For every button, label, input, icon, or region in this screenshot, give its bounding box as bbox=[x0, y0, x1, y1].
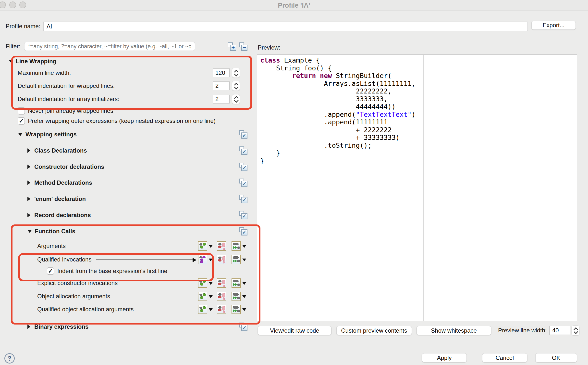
tree-row-max-line-width: Maximum line width: bbox=[0, 67, 255, 79]
tree-row-constructor-declarations[interactable]: Constructor declarations ✓ bbox=[0, 161, 255, 173]
profile-name-input[interactable] bbox=[43, 22, 528, 31]
tree-row-qualified-object-allocation-arguments[interactable]: Qualified object allocation arguments bbox=[0, 303, 255, 315]
filter-input[interactable] bbox=[24, 42, 195, 51]
preview-label: Preview: bbox=[258, 44, 280, 51]
title-bar: Profile 'IA' bbox=[0, 0, 588, 11]
disclosure-collapsed-icon[interactable] bbox=[27, 325, 30, 329]
max-line-width-stepper[interactable] bbox=[232, 68, 240, 78]
collapse-all-icon[interactable]: − bbox=[239, 42, 247, 51]
disclosure-expanded-icon[interactable] bbox=[9, 60, 13, 63]
indentation-policy-dropdown-icon[interactable] bbox=[242, 259, 246, 261]
disclosure-expanded-icon[interactable] bbox=[27, 230, 32, 233]
filter-label: Filter: bbox=[6, 43, 20, 50]
indentation-policy-icon[interactable] bbox=[232, 255, 241, 264]
section-check-icon[interactable]: ✓ bbox=[239, 211, 247, 219]
disclosure-collapsed-icon[interactable] bbox=[27, 165, 30, 169]
tree-row-prefer-wrapping: ✓ Prefer wrapping outer expressions (kee… bbox=[0, 115, 255, 127]
wrap-policy-icon[interactable] bbox=[198, 241, 207, 251]
tree-row-indent-array-initializers: Default indentation for array initialize… bbox=[0, 93, 255, 105]
preview-code: class Example { String foo() { return ne… bbox=[260, 56, 416, 165]
indentation-policy-dropdown-icon[interactable] bbox=[242, 308, 246, 311]
section-check-icon[interactable]: ✓ bbox=[239, 227, 247, 235]
section-check-icon[interactable]: ✓ bbox=[239, 195, 247, 203]
tree-row-class-declarations[interactable]: Class Declarations ✓ bbox=[0, 145, 255, 156]
tree-row-wrapping-settings[interactable]: Wrapping settings ✓ bbox=[0, 129, 255, 140]
tree-row-line-wrapping[interactable]: Line Wrapping bbox=[0, 55, 255, 67]
window-title: Profile 'IA' bbox=[0, 2, 588, 9]
preview-panel: class Example { String foo() { return ne… bbox=[257, 54, 577, 321]
formatter-profile-dialog: Profile 'IA' Profile name: Export... Fil… bbox=[0, 0, 588, 365]
wrap-policy-icon[interactable] bbox=[198, 305, 207, 314]
force-split-icon[interactable] bbox=[217, 292, 226, 301]
tree-row-indent-from-base: ✓ Indent from the base expression's firs… bbox=[0, 265, 255, 277]
force-split-icon[interactable] bbox=[217, 305, 226, 314]
wrap-policy-dropdown-icon[interactable] bbox=[209, 295, 213, 298]
indentation-policy-dropdown-icon[interactable] bbox=[242, 245, 246, 248]
disclosure-collapsed-icon[interactable] bbox=[27, 148, 30, 153]
indent-array-initializers-input[interactable] bbox=[213, 95, 230, 104]
preview-line-width-stepper[interactable] bbox=[572, 326, 579, 335]
force-split-icon[interactable] bbox=[217, 255, 226, 264]
tree-row-indent-wrapped-lines: Default indentation for wrapped lines: bbox=[0, 80, 255, 92]
indentation-policy-dropdown-icon[interactable] bbox=[242, 295, 246, 298]
view-edit-raw-code-button[interactable]: View/edit raw code bbox=[258, 326, 331, 335]
wrap-policy-dropdown-icon[interactable] bbox=[209, 259, 213, 261]
wrap-policy-dropdown-icon[interactable] bbox=[209, 245, 213, 248]
export-button[interactable]: Export... bbox=[531, 21, 576, 30]
tree-row-enum-declaration[interactable]: 'enum' declaration ✓ bbox=[0, 193, 255, 205]
tree-row-binary-expressions[interactable]: Binary expressions ✓ bbox=[0, 321, 255, 333]
section-check-icon[interactable]: ✓ bbox=[239, 163, 247, 171]
tree-row-explicit-constructor-invocations[interactable]: Explicit constructor invocations bbox=[0, 277, 255, 289]
prefer-wrapping-checkbox[interactable]: ✓ bbox=[18, 117, 25, 125]
max-line-width-input[interactable] bbox=[213, 68, 230, 77]
indentation-policy-icon[interactable] bbox=[232, 305, 241, 314]
force-split-icon[interactable] bbox=[217, 278, 226, 288]
wrap-policy-icon[interactable] bbox=[198, 292, 207, 301]
wrap-policy-dropdown-icon[interactable] bbox=[209, 308, 213, 311]
section-check-icon[interactable]: ✓ bbox=[239, 146, 247, 155]
indentation-policy-icon[interactable] bbox=[232, 292, 241, 301]
preview-line-width-label: Preview line width: bbox=[498, 327, 547, 334]
apply-button[interactable]: Apply bbox=[422, 353, 467, 362]
custom-preview-contents-button[interactable]: Custom preview contents bbox=[336, 326, 412, 335]
indent-from-base-checkbox[interactable]: ✓ bbox=[47, 267, 54, 275]
force-split-icon[interactable] bbox=[217, 241, 226, 251]
print-margin-line bbox=[423, 55, 424, 321]
help-button[interactable]: ? bbox=[4, 353, 15, 364]
disclosure-collapsed-icon[interactable] bbox=[27, 213, 30, 217]
annotation-arrow bbox=[96, 260, 193, 260]
tree-row-method-declarations[interactable]: Method Declarations ✓ bbox=[0, 177, 255, 189]
wrap-policy-icon[interactable] bbox=[198, 278, 207, 288]
indent-wrapped-lines-input[interactable] bbox=[213, 81, 230, 90]
tree-row-arguments[interactable]: Arguments bbox=[0, 240, 255, 252]
disclosure-collapsed-icon[interactable] bbox=[27, 181, 30, 185]
show-whitespace-button[interactable]: Show whitespace bbox=[416, 326, 491, 335]
wrap-policy-dropdown-icon[interactable] bbox=[209, 282, 213, 285]
indent-array-initializers-stepper[interactable] bbox=[232, 94, 240, 104]
cancel-button[interactable]: Cancel bbox=[482, 353, 527, 362]
never-join-checkbox[interactable] bbox=[18, 107, 25, 115]
indent-wrapped-lines-stepper[interactable] bbox=[232, 81, 240, 91]
tree-row-object-allocation-arguments[interactable]: Object allocation arguments bbox=[0, 290, 255, 302]
indentation-policy-dropdown-icon[interactable] bbox=[242, 282, 246, 285]
section-check-icon[interactable]: ✓ bbox=[239, 323, 247, 331]
tree-row-function-calls[interactable]: Function Calls ✓ bbox=[0, 225, 255, 237]
annotation-arrow-head bbox=[193, 258, 196, 262]
wrap-policy-icon[interactable] bbox=[198, 255, 207, 264]
indentation-policy-icon[interactable] bbox=[232, 278, 241, 288]
tree-row-record-declarations[interactable]: Record declarations ✓ bbox=[0, 209, 255, 221]
preview-line-width-input[interactable] bbox=[549, 326, 570, 335]
profile-name-label: Profile name: bbox=[6, 23, 40, 30]
indentation-policy-icon[interactable] bbox=[232, 241, 241, 251]
section-check-icon[interactable]: ✓ bbox=[239, 130, 247, 139]
section-check-icon[interactable]: ✓ bbox=[239, 179, 247, 187]
disclosure-collapsed-icon[interactable] bbox=[27, 197, 30, 201]
expand-all-icon[interactable]: + bbox=[228, 42, 236, 51]
ok-button[interactable]: OK bbox=[535, 353, 577, 362]
disclosure-expanded-icon[interactable] bbox=[18, 133, 23, 136]
